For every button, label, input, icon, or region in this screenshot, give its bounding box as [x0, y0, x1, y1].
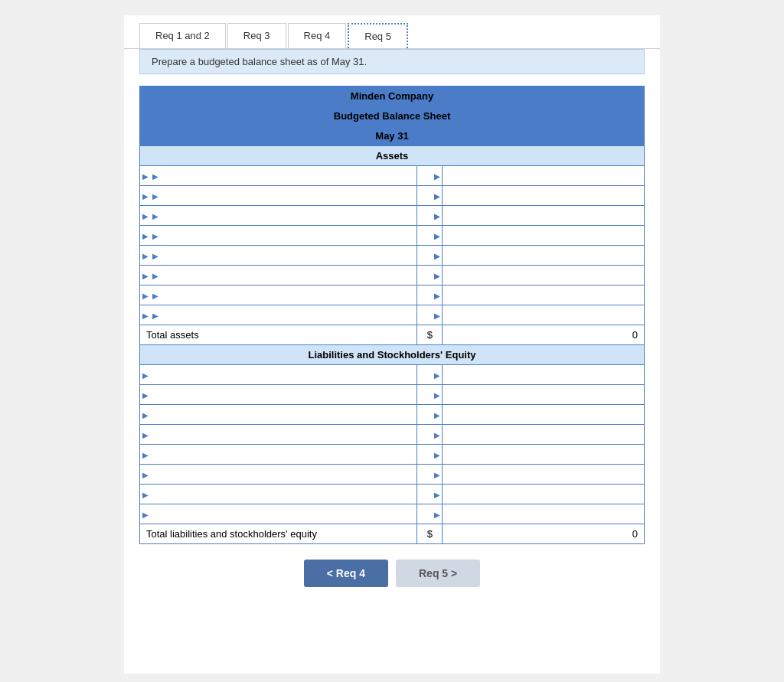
liability-middle-3[interactable]: ▶	[417, 425, 443, 445]
asset-input-label-6[interactable]	[165, 289, 397, 301]
asset-value-0[interactable]	[443, 166, 645, 186]
asset-label-1[interactable]: ▶	[140, 186, 417, 206]
liability-input-label-0[interactable]	[152, 369, 385, 380]
liability-middle-5[interactable]: ▶	[417, 465, 443, 485]
liability-input-value-4[interactable]	[449, 449, 638, 460]
asset-value-7[interactable]	[443, 305, 645, 325]
asset-value-5[interactable]	[443, 266, 645, 286]
liabilities-header-row: Liabilities and Stockholders' Equity	[140, 345, 645, 365]
liability-input-value-1[interactable]	[449, 389, 638, 400]
asset-middle-6[interactable]: ▶	[417, 286, 443, 305]
liability-label-1[interactable]: ▶	[140, 385, 417, 405]
tab-req3[interactable]: Req 3	[227, 23, 286, 48]
asset-input-label-3[interactable]	[165, 230, 397, 241]
liability-row-0: ▶ ▶	[140, 365, 645, 385]
liability-label-3[interactable]: ▶	[140, 425, 417, 445]
liability-middle-7[interactable]: ▶	[417, 504, 443, 524]
liability-input-label-1[interactable]	[152, 389, 385, 400]
liability-middle-2[interactable]: ▶	[417, 405, 443, 425]
total-liabilities-label: Total liabilities and stockholders' equi…	[140, 524, 417, 544]
assets-header-cell: Assets	[140, 146, 645, 166]
asset-row-2: ▶ ▶	[140, 206, 645, 226]
asset-input-label-2[interactable]	[165, 210, 397, 221]
instruction-bar: Prepare a budgeted balance sheet as of M…	[139, 49, 645, 74]
liability-label-0[interactable]: ▶	[140, 365, 417, 385]
liability-middle-4[interactable]: ▶	[417, 445, 443, 465]
instruction-text: Prepare a budgeted balance sheet as of M…	[152, 56, 367, 67]
asset-middle-3[interactable]: ▶	[417, 226, 443, 246]
asset-input-value-3[interactable]	[449, 230, 638, 241]
liability-input-value-2[interactable]	[449, 409, 638, 420]
asset-middle-0[interactable]: ▶	[417, 166, 443, 186]
liability-value-6[interactable]	[443, 485, 645, 504]
liability-label-5[interactable]: ▶	[140, 465, 417, 485]
tab-req5[interactable]: Req 5	[348, 23, 408, 48]
asset-middle-2[interactable]: ▶	[417, 206, 443, 226]
asset-value-4[interactable]	[443, 246, 645, 266]
liability-label-4[interactable]: ▶	[140, 445, 417, 465]
asset-input-label-0[interactable]	[165, 170, 397, 181]
liabilities-header-cell: Liabilities and Stockholders' Equity	[140, 345, 645, 365]
total-liabilities-value[interactable]: 0	[443, 524, 645, 544]
liability-value-2[interactable]	[443, 405, 645, 425]
liability-value-0[interactable]	[443, 365, 645, 385]
asset-input-value-2[interactable]	[449, 210, 638, 221]
asset-input-label-1[interactable]	[165, 190, 397, 201]
asset-label-4[interactable]: ▶	[140, 246, 417, 266]
asset-label-3[interactable]: ▶	[140, 226, 417, 246]
asset-value-6[interactable]	[443, 286, 645, 305]
liability-input-value-5[interactable]	[449, 468, 638, 480]
asset-input-label-5[interactable]	[165, 269, 397, 281]
liability-value-5[interactable]	[443, 465, 645, 485]
liability-middle-1[interactable]: ▶	[417, 385, 443, 405]
report-date-cell: May 31	[140, 126, 645, 146]
liability-input-value-7[interactable]	[449, 508, 638, 520]
liability-label-6[interactable]: ▶	[140, 485, 417, 504]
liability-input-label-4[interactable]	[152, 449, 385, 460]
liability-input-label-3[interactable]	[152, 429, 385, 440]
asset-value-3[interactable]	[443, 226, 645, 246]
asset-input-value-7[interactable]	[449, 309, 638, 321]
asset-middle-1[interactable]: ▶	[417, 186, 443, 206]
asset-input-value-6[interactable]	[449, 289, 638, 301]
liability-middle-6[interactable]: ▶	[417, 485, 443, 504]
liability-input-label-5[interactable]	[152, 468, 385, 480]
asset-label-6[interactable]: ▶	[140, 286, 417, 305]
asset-input-value-5[interactable]	[449, 269, 638, 281]
liability-value-4[interactable]	[443, 445, 645, 465]
total-assets-value[interactable]: 0	[443, 325, 645, 345]
asset-input-value-0[interactable]	[449, 170, 638, 181]
liability-label-2[interactable]: ▶	[140, 405, 417, 425]
liability-input-value-6[interactable]	[449, 488, 638, 500]
asset-middle-5[interactable]: ▶	[417, 266, 443, 286]
asset-input-label-4[interactable]	[165, 250, 397, 261]
page-container: Req 1 and 2 Req 3 Req 4 Req 5 Prepare a …	[124, 15, 660, 674]
report-title-row: Budgeted Balance Sheet	[140, 106, 645, 126]
liability-value-1[interactable]	[443, 385, 645, 405]
liability-input-value-3[interactable]	[449, 429, 638, 440]
asset-value-1[interactable]	[443, 186, 645, 206]
asset-label-0[interactable]: ▶	[140, 166, 417, 186]
liability-input-label-2[interactable]	[152, 409, 385, 420]
liability-input-label-6[interactable]	[152, 488, 385, 500]
asset-label-2[interactable]: ▶	[140, 206, 417, 226]
asset-input-value-1[interactable]	[449, 190, 638, 201]
liability-value-3[interactable]	[443, 425, 645, 445]
tab-req1and2[interactable]: Req 1 and 2	[139, 23, 226, 48]
asset-label-7[interactable]: ▶	[140, 305, 417, 325]
asset-middle-7[interactable]: ▶	[417, 305, 443, 325]
liability-input-value-0[interactable]	[449, 369, 638, 380]
asset-value-2[interactable]	[443, 206, 645, 226]
prev-button[interactable]: < Req 4	[304, 560, 388, 587]
tab-req4[interactable]: Req 4	[288, 23, 347, 48]
liability-middle-0[interactable]: ▶	[417, 365, 443, 385]
asset-input-value-4[interactable]	[449, 250, 638, 261]
liability-row-3: ▶ ▶	[140, 425, 645, 445]
liability-input-label-7[interactable]	[152, 508, 385, 520]
next-button[interactable]: Req 5 >	[396, 560, 480, 587]
asset-input-label-7[interactable]	[165, 309, 397, 321]
liability-label-7[interactable]: ▶	[140, 504, 417, 524]
liability-value-7[interactable]	[443, 504, 645, 524]
asset-label-5[interactable]: ▶	[140, 266, 417, 286]
asset-middle-4[interactable]: ▶	[417, 246, 443, 266]
